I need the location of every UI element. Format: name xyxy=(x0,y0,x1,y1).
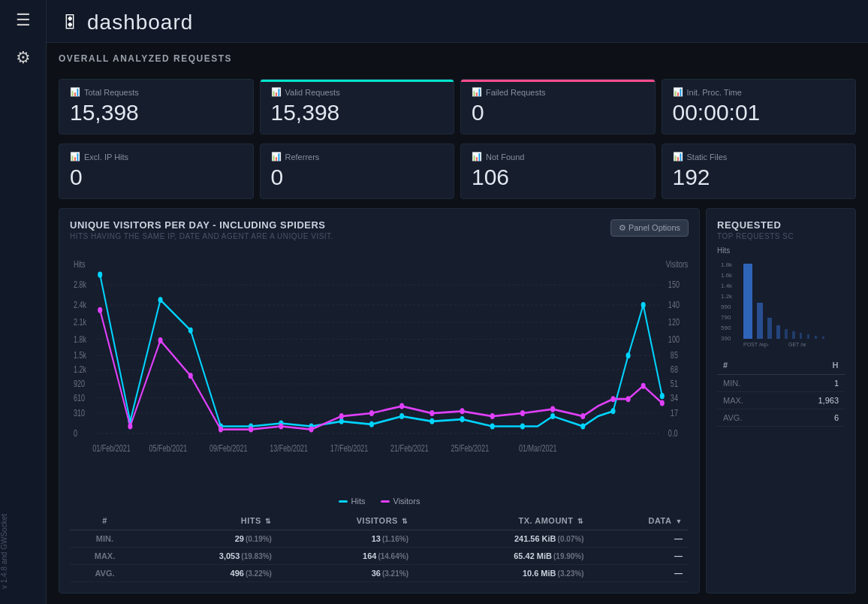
svg-rect-97 xyxy=(807,334,809,339)
svg-text:21/Feb/2021: 21/Feb/2021 xyxy=(390,443,429,454)
stat-init-proc-time: 📊 Init. Proc. Time 00:00:01 xyxy=(662,79,857,134)
legend-visitors-label: Visitors xyxy=(393,497,420,506)
gear-icon[interactable]: ⚙ xyxy=(16,50,31,66)
svg-rect-91 xyxy=(757,303,763,339)
bar-icon-6: 📊 xyxy=(271,152,282,162)
col-header-tx[interactable]: TX. AMOUNT ⇅ xyxy=(414,512,590,530)
svg-text:140: 140 xyxy=(668,300,680,310)
referrers-value: 0 xyxy=(271,165,444,189)
row-visitors-min: 13(1.16%) xyxy=(278,530,414,548)
svg-point-62 xyxy=(369,410,374,416)
svg-point-59 xyxy=(279,423,283,429)
svg-text:0: 0 xyxy=(74,428,77,439)
section-label: OVERALL ANALYZED REQUESTS xyxy=(59,53,856,64)
svg-point-52 xyxy=(660,393,665,399)
excl-ip-value: 0 xyxy=(70,165,243,189)
mini-chart: 1.8k 1.6k 1.4k 1.2k 990 790 590 390 xyxy=(717,258,845,350)
stats-row-1: 📊 Total Requests 15,398 📊 Valid Requests… xyxy=(59,79,856,134)
svg-rect-94 xyxy=(785,329,788,339)
svg-point-66 xyxy=(490,413,495,419)
svg-point-46 xyxy=(520,423,525,429)
table-row: MAX. 1,963 xyxy=(717,392,845,409)
svg-text:150: 150 xyxy=(668,279,680,290)
svg-text:GET /w: GET /w xyxy=(788,342,806,347)
svg-point-42 xyxy=(399,413,404,419)
panel-options-button[interactable]: ⚙ Panel Options xyxy=(610,219,689,237)
page-title: dashboard xyxy=(87,11,193,35)
row-hits-avg: 496(3.22%) xyxy=(140,565,278,582)
rp-row-max-label: MAX. xyxy=(717,392,780,409)
col-header-data[interactable]: DATA ▼ xyxy=(590,512,689,530)
svg-text:85: 85 xyxy=(671,350,678,361)
bar-chart-icon-2: 📊 xyxy=(271,87,282,97)
svg-text:1.8k: 1.8k xyxy=(74,334,87,344)
static-files-value: 192 xyxy=(673,165,845,189)
svg-text:590: 590 xyxy=(721,325,731,331)
row-visitors-max: 164(14.64%) xyxy=(278,548,414,565)
svg-point-44 xyxy=(460,416,465,422)
bar-chart-icon-3: 📊 xyxy=(472,87,482,97)
svg-text:2.1k: 2.1k xyxy=(74,317,87,328)
row-data-avg: — xyxy=(590,565,689,582)
svg-text:25/Feb/2021: 25/Feb/2021 xyxy=(451,443,489,454)
total-requests-value: 15,398 xyxy=(70,100,243,125)
svg-point-47 xyxy=(550,413,555,419)
failed-requests-value: 0 xyxy=(472,100,644,125)
svg-rect-99 xyxy=(822,337,824,339)
svg-point-32 xyxy=(98,272,102,278)
charts-row: UNIQUE VISITORS PER DAY - INCLUDING SPID… xyxy=(59,208,856,593)
table-row: AVG. 6 xyxy=(717,409,845,427)
svg-text:1.8k: 1.8k xyxy=(721,261,733,268)
table-row: MIN. 1 xyxy=(717,375,845,392)
bar-icon-7: 📊 xyxy=(472,152,482,162)
header: 🎛 dashboard xyxy=(47,0,868,43)
col-header-visitors[interactable]: VISITORS ⇅ xyxy=(278,512,414,530)
table-row: MIN. 29(0.19%) 13(1.16%) 241.56 KiB(0.07… xyxy=(70,530,689,548)
svg-text:310: 310 xyxy=(74,408,85,418)
svg-point-53 xyxy=(98,307,102,313)
rp-row-max-val: 1,963 xyxy=(780,392,845,409)
svg-text:120: 120 xyxy=(668,317,680,328)
svg-text:34: 34 xyxy=(671,393,678,403)
chart-title: UNIQUE VISITORS PER DAY - INCLUDING SPID… xyxy=(70,219,333,231)
svg-text:17: 17 xyxy=(671,408,678,418)
legend-hits: Hits xyxy=(339,497,366,506)
svg-point-67 xyxy=(520,410,525,416)
svg-point-72 xyxy=(641,383,646,389)
svg-point-54 xyxy=(128,423,132,429)
svg-text:1.4k: 1.4k xyxy=(721,282,733,289)
svg-text:920: 920 xyxy=(74,379,85,389)
row-tx-avg: 10.6 MiB(3.23%) xyxy=(414,565,590,582)
stat-static-files: 📊 Static Files 192 xyxy=(662,143,857,199)
table-row: AVG. 496(3.22%) 36(3.21%) 10.6 MiB(3.23%… xyxy=(70,565,689,582)
menu-icon[interactable]: ☰ xyxy=(16,12,31,29)
row-visitors-avg: 36(3.21%) xyxy=(278,565,414,582)
legend-visitors: Visitors xyxy=(381,497,420,506)
requested-panel: REQUESTED TOP REQUESTS SC Hits 1.8k 1.6k… xyxy=(706,208,856,593)
right-col-hash: # xyxy=(717,356,780,375)
panel-title-block: UNIQUE VISITORS PER DAY - INCLUDING SPID… xyxy=(70,219,333,240)
svg-text:POST /wp-: POST /wp- xyxy=(743,342,770,348)
row-data-min: — xyxy=(590,530,689,548)
svg-point-56 xyxy=(188,373,193,379)
svg-point-65 xyxy=(460,408,465,414)
bar-icon-5: 📊 xyxy=(70,152,80,162)
svg-rect-90 xyxy=(743,264,752,339)
sidebar-version: v 1.4.8 and GWSocket xyxy=(0,514,46,589)
svg-point-35 xyxy=(188,328,193,334)
col-header-hits[interactable]: HITS ⇅ xyxy=(140,512,278,530)
app-layout: ☰ ⚙ v 1.4.8 and GWSocket 🎛 dashboard OVE… xyxy=(0,0,868,604)
rp-row-avg-label: AVG. xyxy=(717,409,780,427)
stat-excl-ip: 📊 Excl. IP Hits 0 xyxy=(59,143,254,199)
svg-rect-93 xyxy=(776,325,780,339)
stats-row-2: 📊 Excl. IP Hits 0 📊 Referrers 0 📊 Not xyxy=(59,143,856,199)
svg-point-68 xyxy=(550,406,555,412)
svg-text:1.2k: 1.2k xyxy=(74,364,87,375)
chart-area: .grid-line { stroke: #2d3748; stroke-wid… xyxy=(70,249,689,492)
row-label-min: MIN. xyxy=(70,530,140,548)
svg-text:790: 790 xyxy=(721,314,731,321)
svg-point-50 xyxy=(626,352,631,358)
init-proc-value: 00:00:01 xyxy=(673,100,845,125)
row-label-max: MAX. xyxy=(70,548,140,565)
svg-text:01/Mar/2021: 01/Mar/2021 xyxy=(519,443,557,454)
